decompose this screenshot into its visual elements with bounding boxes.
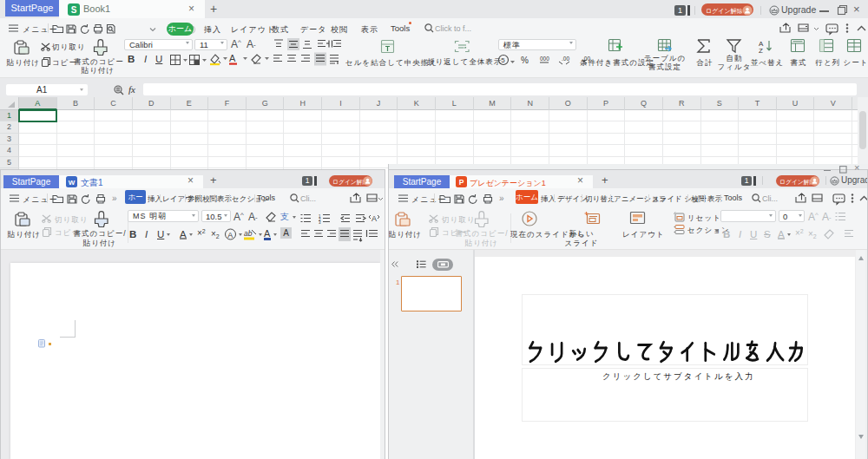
svg-text:000: 000 [540, 56, 549, 62]
svg-text:.00: .00 [562, 56, 569, 62]
svg-text:ab: ab [244, 229, 253, 238]
svg-text:Z: Z [759, 47, 763, 55]
svg-text:S: S [71, 5, 77, 15]
svg-text:W: W [69, 179, 76, 187]
svg-text:%: % [521, 56, 529, 65]
svg-text:A: A [227, 231, 233, 239]
svg-text:A: A [372, 214, 377, 223]
svg-text:P: P [459, 178, 464, 187]
svg-text:A: A [229, 53, 236, 63]
svg-text:5: 5 [501, 56, 505, 64]
